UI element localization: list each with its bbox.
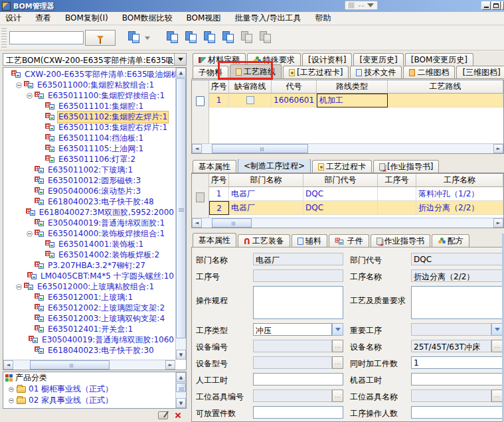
tab-3d-drawings[interactable]: [三维图档]	[456, 66, 504, 78]
tree-item[interactable]: CXW-200-E635零部件清单:E635吸油烟机	[3, 69, 175, 80]
tree-item[interactable]: E635011105:上油网:1	[3, 143, 175, 154]
collapse-knob-icon[interactable]	[16, 82, 22, 88]
tree-item[interactable]: E618040027:3M双面胶,5952:2000	[3, 207, 175, 218]
scroll-left-arrow[interactable]: ◄	[192, 144, 202, 153]
edit-hand-icon[interactable]	[158, 411, 168, 419]
scroll-right-arrow[interactable]: ►	[165, 360, 175, 370]
ellipsis-button[interactable]: …	[332, 340, 343, 352]
tab-basic-attributes-mid[interactable]: 基本属性	[193, 160, 236, 173]
tree-item[interactable]: E635011002:下玻璃:1	[3, 165, 175, 175]
op-number-field[interactable]	[253, 269, 343, 282]
menu-help[interactable]: 帮助	[315, 13, 331, 24]
tree-item[interactable]: E635014002:装饰板焊板:2	[3, 249, 175, 260]
menu-batch-import-export[interactable]: 批量导入/导出工具	[234, 13, 301, 24]
col-op-no[interactable]: 工序号	[378, 174, 416, 187]
tree-item[interactable]: E305040019:普通海绵双面胶:1	[3, 218, 175, 228]
labor-hours-field[interactable]	[253, 373, 343, 386]
floating-capture-widget[interactable]: ⌄⌄	[345, 1, 378, 10]
tree-item[interactable]: E635014000:装饰板焊接组合:1	[3, 228, 175, 239]
copy-button-4[interactable]	[222, 31, 235, 45]
col-default-route[interactable]: 缺省路线	[229, 80, 272, 94]
collapse-knob-icon[interactable]	[9, 398, 14, 403]
col-route[interactable]: 工艺路线	[388, 80, 503, 94]
collapse-knob-icon[interactable]	[27, 231, 33, 237]
route-type-cell[interactable]: 机加工	[317, 94, 388, 107]
dept-name-field[interactable]: 电器厂	[253, 253, 343, 265]
scroll-thumb[interactable]	[176, 383, 186, 392]
scroll-left-arrow[interactable]: ◄	[3, 360, 13, 370]
scroll-down-arrow[interactable]: ▼	[176, 350, 186, 360]
menu-design[interactable]: 设计	[5, 13, 21, 24]
equip-model-field[interactable]	[253, 356, 332, 369]
col-dept-name[interactable]: 部门名称	[229, 174, 303, 187]
copy-button-2[interactable]	[185, 31, 198, 45]
tree-item-selected[interactable]: E635011102:集烟腔左焊片:1	[3, 111, 175, 122]
scroll-down-arrow[interactable]: ▼	[176, 398, 186, 408]
placeable-count-field[interactable]	[253, 406, 343, 419]
bom-selector[interactable]: 工艺BOM(CXW-200-E635零部件清单:E635吸油...	[3, 53, 187, 66]
tab-change-history[interactable]: [变更历史]	[353, 53, 403, 66]
tab-work-guide-mid[interactable]: [作业指导书]	[373, 160, 439, 173]
tree-item[interactable]: E305040019:普通海绵双面胶:1060	[3, 334, 175, 345]
dropdown-arrow-icon[interactable]	[145, 36, 150, 40]
collapse-knob-icon[interactable]	[27, 93, 33, 99]
tree-item[interactable]: E635011000:集烟腔粘胶组合:1	[3, 80, 175, 90]
col-route-type[interactable]: 路线类型	[317, 80, 388, 94]
fixture-code-field[interactable]	[253, 389, 332, 402]
copy-button-1[interactable]	[166, 31, 179, 45]
tree-item[interactable]: E618040023:电子快干胶:48	[3, 196, 175, 207]
delete-x-icon[interactable]	[175, 412, 181, 419]
ellipsis-button[interactable]: …	[332, 356, 343, 369]
maximize-button[interactable]	[491, 1, 501, 10]
tree-item[interactable]: E635012000:上玻璃粘胶组合:1	[3, 281, 175, 292]
scroll-thumb[interactable]	[176, 78, 186, 338]
tab-process-equipment[interactable]: U工艺装备	[238, 234, 290, 247]
tab-tech-files[interactable]: 技术文件	[350, 66, 402, 78]
simul-count-field[interactable]: 1	[411, 356, 503, 369]
tab-design-docs[interactable]: [设计资料]	[302, 53, 352, 66]
tree-item[interactable]: E635011104:挡油板:1	[3, 133, 175, 143]
scroll-thumb[interactable]	[212, 144, 308, 153]
col-seq[interactable]: 序号	[209, 174, 229, 187]
col-dept-code[interactable]: 部门代号	[303, 174, 378, 187]
collapse-knob-icon[interactable]	[16, 284, 22, 290]
dropdown-button[interactable]	[491, 323, 503, 336]
tree-item[interactable]: E635014001:装饰板:1	[3, 239, 175, 249]
collapse-knob-icon[interactable]	[9, 387, 14, 392]
process-table-row-selected[interactable]: 2 电器厂 DQC 折边分离（2/2）	[209, 201, 503, 215]
category-vertical-scrollbar[interactable]: ▲ ▼	[175, 372, 186, 408]
key-op-select[interactable]	[411, 323, 491, 336]
tab-basic-attributes[interactable]: 基本属性	[193, 233, 236, 247]
tree-item[interactable]: E635011106:灯罩:2	[3, 154, 175, 165]
tab-auxiliary-materials[interactable]: 辅料	[292, 234, 327, 247]
op-type-select[interactable]: 冲压	[253, 323, 332, 336]
operator-count-field[interactable]	[411, 406, 503, 419]
close-button[interactable]	[501, 1, 504, 10]
route-table-row[interactable]: 1 16060601 机加工	[209, 94, 503, 107]
tab-manufacturing-process[interactable]: <制造工序过程>	[238, 159, 311, 173]
quality-requirements-textarea[interactable]	[411, 286, 503, 319]
tab-work-guide[interactable]: 作业指导书	[371, 234, 430, 247]
ellipsis-button[interactable]: …	[491, 389, 503, 402]
process-table-hscrollbar[interactable]: ◄ ►	[192, 218, 503, 228]
minimize-button[interactable]	[481, 1, 491, 10]
dept-code-field[interactable]: DQC	[411, 253, 503, 265]
default-route-checkbox[interactable]	[246, 96, 254, 104]
equip-name-field[interactable]: 25T/45T/63T冲床	[411, 340, 491, 352]
scroll-up-arrow[interactable]: ▲	[176, 372, 186, 382]
fixture-name-field[interactable]	[411, 389, 491, 402]
tree-item[interactable]: E618040023:电子快干胶:30	[3, 345, 175, 356]
col-code[interactable]: 代号	[272, 80, 317, 94]
category-item[interactable]: 02 家具事业线（正式）	[3, 395, 186, 406]
menu-bom-copy[interactable]: BOM复制(I)	[65, 13, 108, 24]
scroll-right-arrow[interactable]: ►	[493, 144, 503, 153]
ellipsis-button[interactable]: …	[332, 389, 343, 402]
machine-hours-field[interactable]	[411, 373, 503, 386]
tree-vertical-scrollbar[interactable]: ▲ ▼	[175, 68, 186, 360]
scroll-right-arrow[interactable]: ►	[493, 218, 503, 228]
ellipsis-button[interactable]: …	[491, 340, 503, 352]
op-name-field[interactable]: 折边分离（2/2）	[411, 269, 503, 282]
copy-button-3[interactable]	[203, 31, 216, 45]
col-seq[interactable]: 序号	[209, 80, 229, 94]
tree-item[interactable]: P3.207HBA:3.2*7铆钉:27	[3, 260, 175, 271]
